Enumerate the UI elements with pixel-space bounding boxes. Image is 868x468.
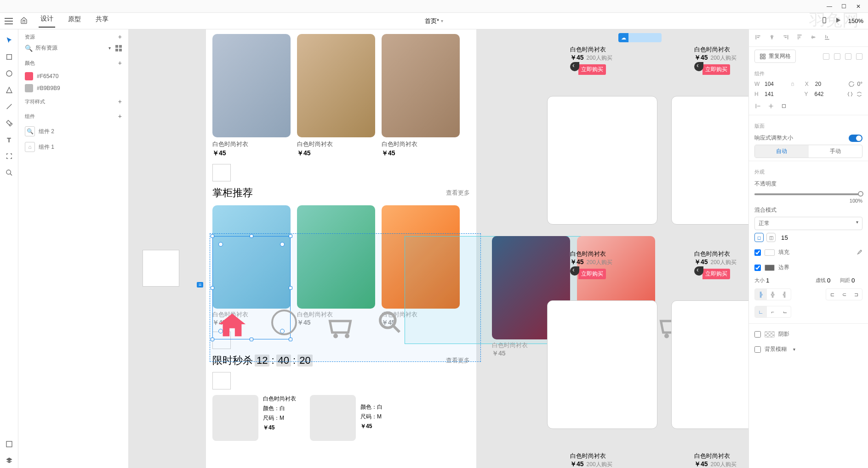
shadow-swatch[interactable] <box>765 331 775 338</box>
layers-icon[interactable] <box>2 453 17 468</box>
align-bottom-icon[interactable] <box>823 34 831 42</box>
buy-now-button[interactable]: 立即购买 <box>578 269 606 279</box>
exclude-op-icon[interactable] <box>856 53 862 60</box>
fill-swatch[interactable] <box>765 249 775 256</box>
deal-image[interactable] <box>212 395 258 441</box>
add-color[interactable]: + <box>118 59 122 67</box>
buy-now-button[interactable]: 立即购买 <box>702 269 730 279</box>
scroll-card[interactable]: 白色时尚衬衣 ￥45 <box>382 205 460 327</box>
border-gap-input[interactable] <box>851 277 862 284</box>
flip-h-icon[interactable] <box>847 91 853 97</box>
component-item-1[interactable]: ⌂ 组件 1 <box>18 139 128 155</box>
mini-frame[interactable] <box>671 96 748 225</box>
pos-inner-icon[interactable]: ╠ <box>755 289 767 300</box>
zoom-tool[interactable] <box>2 165 17 180</box>
corner-individual-icon[interactable]: ◫ <box>766 233 776 242</box>
placeholder-box[interactable] <box>212 372 231 389</box>
responsive-toggle[interactable] <box>849 135 862 142</box>
artboard-main[interactable]: 白色时尚衬衣 ￥45 白色时尚衬衣 ￥45 白色时尚衬衣 ￥45 掌柜推荐 查看… <box>206 29 476 468</box>
canvas[interactable]: = ☁ 白色时尚衬衣 ￥45 白色时尚衬衣 ￥45 <box>129 29 748 468</box>
grid-view-icon[interactable] <box>115 45 122 51</box>
text-tool[interactable]: T <box>2 132 17 147</box>
add-char-style[interactable]: + <box>118 98 122 105</box>
blend-mode-select[interactable]: 正常 ▾ <box>754 217 862 230</box>
corner-radius-input[interactable] <box>781 234 799 241</box>
product-card[interactable]: 白色时尚衬衣 ￥45 <box>297 34 375 158</box>
chevron-down-icon[interactable]: ▾ <box>108 45 113 51</box>
bgblur-checkbox[interactable] <box>754 346 761 353</box>
product-card[interactable]: 白色时尚衬衣 ￥45 <box>212 34 291 158</box>
join-bevel-icon[interactable]: ⌙ <box>779 306 791 317</box>
border-size-input[interactable] <box>766 277 777 284</box>
product-card[interactable]: 白色时尚衬衣 ￥45 <box>382 34 460 158</box>
shadow-checkbox[interactable] <box>754 331 761 338</box>
deal-image[interactable] <box>310 395 356 441</box>
triangle-tool[interactable] <box>2 83 17 97</box>
add-component[interactable]: + <box>118 113 122 120</box>
line-tool[interactable] <box>2 99 17 114</box>
intersect-op-icon[interactable] <box>845 53 851 60</box>
anchor-center-icon[interactable] <box>767 103 774 109</box>
scroll-card[interactable]: 白色时尚衬衣 ￥45 <box>297 205 375 327</box>
select-tool[interactable] <box>2 33 17 48</box>
anchor-right-icon[interactable] <box>780 103 787 109</box>
play-preview-icon[interactable] <box>834 17 842 26</box>
tab-prototype[interactable]: 原型 <box>66 15 83 27</box>
border-swatch[interactable] <box>765 265 775 271</box>
color-swatch-2[interactable]: #B9B9B9 <box>18 82 128 94</box>
zoom-level[interactable]: 150% <box>848 17 863 24</box>
home-icon[interactable] <box>20 17 28 25</box>
color-swatch-1[interactable]: #F65470 <box>18 70 128 82</box>
align-top-icon[interactable] <box>796 34 803 42</box>
cap-butt-icon[interactable]: ⊏ <box>826 289 838 300</box>
buy-now-button[interactable]: 立即购买 <box>702 64 730 75</box>
y-input[interactable] <box>815 91 838 97</box>
height-input[interactable] <box>765 91 788 97</box>
corner-all-icon[interactable]: ◻ <box>754 233 764 242</box>
fill-checkbox[interactable] <box>754 249 761 256</box>
artboard-secondary[interactable]: 白色时尚衬衣 ￥45200人购买 立即购买 白色时尚衬衣 ￥45200人购买 立… <box>533 29 731 468</box>
align-right-icon[interactable] <box>782 34 789 42</box>
border-dash-input[interactable] <box>827 277 838 284</box>
ellipse-tool[interactable] <box>2 66 17 81</box>
window-minimize[interactable]: — <box>827 3 833 10</box>
rotate-icon[interactable] <box>848 81 855 87</box>
component-item-2[interactable]: 🔍 组件 2 <box>18 124 128 139</box>
auto-option[interactable]: 自动 <box>755 145 809 158</box>
cap-round-icon[interactable]: ⊂ <box>838 289 850 300</box>
asset-filter[interactable]: 所有资源 <box>35 44 106 52</box>
buy-now-button[interactable]: 立即购买 <box>578 64 606 75</box>
mini-frame[interactable] <box>547 96 657 225</box>
anchor-left-icon[interactable] <box>754 103 761 109</box>
align-left-icon[interactable] <box>754 34 762 42</box>
window-maximize[interactable]: ☐ <box>841 3 848 10</box>
lock-icon[interactable] <box>790 82 795 86</box>
placeholder-box[interactable] <box>212 164 231 181</box>
pen-tool[interactable] <box>2 116 17 130</box>
mini-frame[interactable] <box>671 300 748 429</box>
see-more-link[interactable]: 查看更多 <box>446 356 470 365</box>
scroll-card[interactable]: 白色时尚衬衣 ￥45 <box>212 205 291 327</box>
subtract-op-icon[interactable] <box>834 53 840 60</box>
phone-preview-icon[interactable] <box>821 17 828 26</box>
tab-design[interactable]: 设计 <box>39 15 55 28</box>
manual-option[interactable]: 手动 <box>809 145 862 158</box>
chevron-down-icon[interactable]: ▾ <box>793 347 795 352</box>
assets-icon[interactable] <box>2 437 17 451</box>
rectangle-tool[interactable] <box>2 50 17 64</box>
align-center-h-icon[interactable] <box>768 34 776 42</box>
rotation-input[interactable]: 0° <box>857 81 862 87</box>
border-checkbox[interactable] <box>754 265 761 271</box>
window-close[interactable]: ✕ <box>856 3 862 10</box>
pos-outer-icon[interactable]: ╣ <box>779 289 791 300</box>
mini-frame[interactable] <box>547 300 657 429</box>
pos-center-icon[interactable]: ╬ <box>767 289 779 300</box>
add-op-icon[interactable] <box>823 53 829 60</box>
see-more-link[interactable]: 查看更多 <box>446 189 470 197</box>
artboard-tool[interactable] <box>2 149 17 164</box>
add-asset[interactable]: + <box>118 33 122 40</box>
cap-square-icon[interactable]: ⊐ <box>850 289 862 300</box>
canvas-shape[interactable] <box>143 250 179 287</box>
join-miter-icon[interactable]: ∟ <box>755 306 767 317</box>
flip-v-icon[interactable] <box>856 91 862 97</box>
